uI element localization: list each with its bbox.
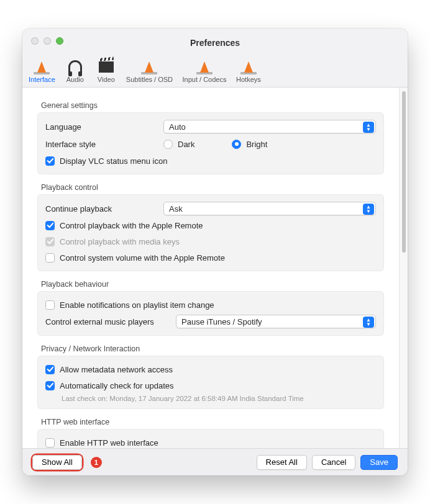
footer: Show All 1 Reset All Cancel Save <box>22 448 408 475</box>
save-button[interactable]: Save <box>360 455 398 470</box>
checkbox-checked-icon <box>45 156 55 166</box>
apple-remote-label: Control playback with the Apple Remote <box>60 221 203 230</box>
status-menu-icon-label: Display VLC status menu icon <box>60 156 167 166</box>
reset-all-label: Reset All <box>266 457 298 467</box>
close-window-button[interactable] <box>31 37 39 45</box>
group-playback-behaviour: Enable notifications on playlist item ch… <box>37 291 384 336</box>
section-playback-control-title: Playback control <box>37 174 384 194</box>
cancel-button[interactable]: Cancel <box>312 455 355 470</box>
vlc-cone-icon <box>242 60 255 74</box>
window-title: Preferences <box>190 38 240 48</box>
continue-playback-popup[interactable]: Ask ▲▼ <box>163 202 376 215</box>
window-controls <box>31 37 63 45</box>
section-http-title: HTTP web interface <box>37 409 384 429</box>
checkbox-icon <box>45 253 55 263</box>
continue-playback-label: Continue playback <box>45 204 157 214</box>
chevron-updown-icon: ▲▼ <box>365 318 372 326</box>
cancel-label: Cancel <box>321 457 346 467</box>
vlc-cone-icon <box>198 60 211 74</box>
group-general: Language Auto ▲▼ Interface style Dark <box>37 112 384 174</box>
tab-input-codecs[interactable]: Input / Codecs <box>178 57 231 84</box>
continue-playback-value: Ask <box>169 204 183 214</box>
group-http: Enable HTTP web interface Password <box>37 429 384 448</box>
metadata-access-label: Allow metadata network access <box>60 365 173 374</box>
save-label: Save <box>370 457 388 467</box>
checkbox-icon <box>45 300 55 310</box>
ext-players-value: Pause iTunes / Spotify <box>181 317 262 326</box>
titlebar: Preferences <box>22 29 408 57</box>
section-privacy-title: Privacy / Network Interaction <box>37 336 384 356</box>
tab-label: Subtitles / OSD <box>126 76 173 83</box>
language-value: Auto <box>169 122 186 132</box>
interface-style-label: Interface style <box>45 140 157 149</box>
tab-interface[interactable]: Interface <box>25 57 59 84</box>
headphones-icon <box>68 60 82 74</box>
clapperboard-icon <box>99 61 114 73</box>
style-bright-label: Bright <box>246 140 267 149</box>
chevron-updown-icon: ▲▼ <box>365 123 372 132</box>
apple-remote-checkbox[interactable]: Control playback with the Apple Remote <box>45 217 376 233</box>
content-area: General settings Language Auto ▲▼ Interf… <box>22 88 399 448</box>
http-enable-checkbox[interactable]: Enable HTTP web interface <box>45 434 376 448</box>
updates-checkbox[interactable]: Automatically check for updates <box>45 377 376 394</box>
zoom-window-button[interactable] <box>56 37 63 45</box>
tab-label: Interface <box>29 76 55 83</box>
tab-hotkeys[interactable]: Hotkeys <box>232 57 265 84</box>
show-all-button[interactable]: Show All <box>32 455 82 470</box>
tab-subtitles[interactable]: Subtitles / OSD <box>122 57 176 84</box>
section-playback-behaviour-title: Playback behaviour <box>37 271 384 291</box>
reset-all-button[interactable]: Reset All <box>257 455 307 470</box>
system-volume-checkbox[interactable]: Control system volume with the Apple Rem… <box>45 250 376 266</box>
tab-label: Audio <box>66 76 84 83</box>
section-general-title: General settings <box>37 92 384 112</box>
http-enable-label: Enable HTTP web interface <box>60 438 158 448</box>
ext-players-label: Control external music players <box>45 317 170 326</box>
checkbox-icon <box>45 438 55 448</box>
media-keys-checkbox: Control playback with media keys <box>45 233 376 250</box>
checkbox-disabled-icon <box>45 237 55 246</box>
vlc-cone-icon <box>35 60 48 74</box>
radio-icon <box>163 140 173 149</box>
status-menu-icon-checkbox[interactable]: Display VLC status menu icon <box>45 153 376 169</box>
updates-label: Automatically check for updates <box>60 381 174 390</box>
checkbox-checked-icon <box>45 381 55 390</box>
checkbox-checked-icon <box>45 365 55 374</box>
checkbox-checked-icon <box>45 221 55 230</box>
tab-label: Input / Codecs <box>183 76 227 83</box>
chevron-updown-icon: ▲▼ <box>365 205 372 214</box>
vlc-cone-icon <box>143 60 155 74</box>
system-volume-label: Control system volume with the Apple Rem… <box>60 253 225 263</box>
language-popup[interactable]: Auto ▲▼ <box>163 120 376 133</box>
group-privacy: Allow metadata network access Automatica… <box>37 356 384 409</box>
style-dark-option[interactable]: Dark <box>163 136 194 152</box>
ext-players-popup[interactable]: Pause iTunes / Spotify ▲▼ <box>176 315 376 328</box>
annotation-badge: 1 <box>91 457 102 468</box>
language-label: Language <box>45 122 157 132</box>
metadata-access-checkbox[interactable]: Allow metadata network access <box>45 361 376 377</box>
radio-checked-icon <box>232 140 241 149</box>
last-check-note: Last check on: Monday, 17 January 2022 a… <box>45 394 376 403</box>
show-all-label: Show All <box>42 457 73 467</box>
tab-label: Video <box>98 76 115 83</box>
prefs-toolbar: Interface Audio Video Subtitles / OSD In… <box>22 57 408 88</box>
notifications-checkbox[interactable]: Enable notifications on playlist item ch… <box>45 297 376 313</box>
tab-video[interactable]: Video <box>91 57 121 84</box>
preferences-window: Preferences Interface Audio Video Subtit… <box>22 29 408 475</box>
group-playback-control: Continue playback Ask ▲▼ Control playbac… <box>37 194 384 271</box>
scrollbar[interactable] <box>399 88 408 448</box>
tab-audio[interactable]: Audio <box>60 57 90 84</box>
scroll-thumb[interactable] <box>402 91 406 253</box>
minimize-window-button[interactable] <box>43 37 51 45</box>
style-dark-label: Dark <box>178 140 194 149</box>
tab-label: Hotkeys <box>236 76 261 83</box>
annotation-highlight: Show All <box>32 455 82 470</box>
media-keys-label: Control playback with media keys <box>60 237 180 246</box>
style-bright-option[interactable]: Bright <box>232 136 267 152</box>
notifications-label: Enable notifications on playlist item ch… <box>60 300 214 310</box>
